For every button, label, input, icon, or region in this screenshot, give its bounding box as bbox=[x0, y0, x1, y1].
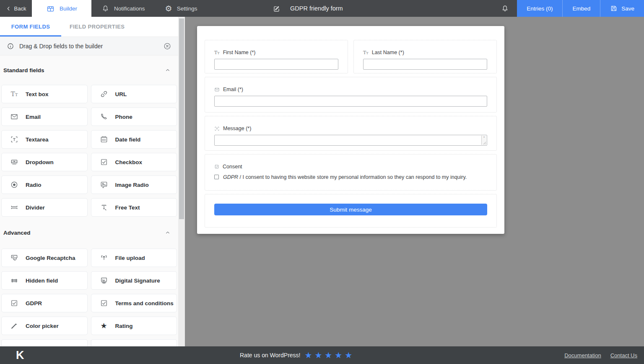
field-card-textarea[interactable]: Textarea bbox=[1, 130, 88, 149]
submit-fieldbox[interactable]: Submit message bbox=[205, 194, 497, 228]
builder-icon bbox=[46, 4, 55, 13]
chevron-up-icon[interactable] bbox=[165, 67, 171, 73]
resize-grip-icon[interactable] bbox=[483, 141, 486, 145]
email-input[interactable] bbox=[214, 96, 487, 107]
textbox-icon: TT bbox=[214, 50, 220, 55]
save-button[interactable]: Save bbox=[600, 0, 644, 17]
field-card-label: Text box bbox=[26, 91, 49, 97]
save-label: Save bbox=[621, 5, 634, 12]
field-card-label: Divider bbox=[26, 204, 45, 211]
field-card-label: Color picker bbox=[26, 323, 59, 329]
field-card-label: Dropdown bbox=[26, 159, 54, 165]
field-card-phone[interactable]: Phone bbox=[91, 107, 177, 126]
field-card-partial[interactable] bbox=[1, 339, 88, 346]
field-card-label: File upload bbox=[115, 255, 145, 261]
bell-icon bbox=[101, 5, 109, 13]
email-fieldbox[interactable]: Email (*) bbox=[205, 77, 497, 113]
rating-stars[interactable]: ★ ★ ★ ★ ★ bbox=[304, 351, 352, 359]
tab-field-properties-label: FIELD PROPERTIES bbox=[70, 24, 125, 30]
field-card-label: Radio bbox=[26, 182, 42, 188]
chevron-up-icon[interactable] bbox=[165, 230, 171, 236]
field-card-date[interactable]: Date field bbox=[91, 130, 177, 149]
embed-button[interactable]: Embed bbox=[562, 0, 600, 17]
last-name-input[interactable] bbox=[363, 59, 487, 70]
back-button[interactable]: Back bbox=[0, 0, 32, 17]
star-icon[interactable]: ★ bbox=[335, 351, 342, 359]
consent-fieldbox[interactable]: Consent GDPR / I consent to having this … bbox=[205, 154, 497, 191]
first-name-label: First Name (*) bbox=[223, 50, 256, 55]
last-name-fieldbox[interactable]: TT Last Name (*) bbox=[353, 40, 497, 73]
field-card-hidden-field[interactable]: Hidden field bbox=[1, 271, 88, 290]
field-card-terms[interactable]: Terms and conditions bbox=[91, 294, 177, 312]
upload-icon bbox=[99, 254, 109, 262]
recaptcha-icon bbox=[9, 254, 19, 262]
field-card-divider[interactable]: Divider bbox=[1, 198, 88, 217]
star-icon[interactable]: ★ bbox=[314, 351, 322, 359]
field-card-partial[interactable] bbox=[91, 339, 177, 346]
tab-form-fields[interactable]: FORM FIELDS bbox=[0, 17, 61, 37]
tab-builder[interactable]: Builder bbox=[32, 0, 91, 17]
field-card-image-radio[interactable]: Image Radio bbox=[91, 175, 177, 194]
kali-forms-logo: K bbox=[16, 350, 24, 361]
tab-settings[interactable]: ⚙ Settings bbox=[155, 0, 208, 17]
tab-settings-label: Settings bbox=[177, 5, 197, 12]
radio-icon bbox=[9, 181, 19, 189]
tab-field-properties[interactable]: FIELD PROPERTIES bbox=[61, 17, 133, 37]
submit-button[interactable]: Submit message bbox=[214, 204, 487, 215]
phone-icon bbox=[99, 113, 109, 121]
field-card-email[interactable]: Email bbox=[1, 107, 88, 126]
field-card-label: Phone bbox=[115, 114, 132, 120]
textbox-icon: TT bbox=[9, 91, 19, 97]
field-card-dropdown[interactable]: Dropdown bbox=[1, 153, 88, 171]
edit-icon[interactable] bbox=[273, 5, 280, 13]
star-icon[interactable]: ★ bbox=[345, 351, 352, 359]
submit-label: Submit message bbox=[330, 207, 372, 213]
star-icon[interactable]: ★ bbox=[304, 351, 312, 359]
field-card-digital-signature[interactable]: Digital Signature bbox=[91, 271, 177, 290]
gdpr-checkbox[interactable] bbox=[214, 175, 219, 179]
scrollbar-thumb[interactable] bbox=[179, 18, 184, 219]
field-card-rating[interactable]: ★ Rating bbox=[91, 317, 177, 335]
topbar-actions: Entries (0) Embed Save bbox=[493, 0, 644, 17]
message-textarea[interactable]: * bbox=[214, 135, 487, 146]
field-card-radio[interactable]: Radio bbox=[1, 175, 88, 194]
first-name-fieldbox[interactable]: TT First Name (*) bbox=[205, 40, 348, 73]
field-card-gdpr[interactable]: GDPR bbox=[1, 294, 88, 312]
field-card-recaptcha[interactable]: Google Recaptcha bbox=[1, 249, 88, 267]
drag-drop-hint: Drag & Drop fields to the builder bbox=[0, 37, 178, 55]
tab-builder-label: Builder bbox=[60, 5, 77, 12]
field-card-text-box[interactable]: TT Text box bbox=[1, 85, 88, 103]
notification-bell-button[interactable] bbox=[493, 0, 517, 17]
field-card-label: Textarea bbox=[26, 136, 49, 143]
entries-button[interactable]: Entries (0) bbox=[517, 0, 562, 17]
field-card-checkbox[interactable]: Checkbox bbox=[91, 153, 177, 171]
contact-us-link[interactable]: Contact Us bbox=[610, 352, 637, 359]
form-title[interactable]: GDPR friendly form bbox=[290, 5, 343, 12]
message-fieldbox[interactable]: Message (*) * bbox=[205, 116, 497, 151]
textarea-icon bbox=[214, 126, 220, 131]
close-hint-icon[interactable] bbox=[163, 42, 171, 50]
section-standard-title: Standard fields bbox=[3, 67, 44, 73]
consent-option-text: GDPR / I consent to having this website … bbox=[223, 174, 467, 180]
field-card-url[interactable]: URL bbox=[91, 85, 177, 103]
field-card-file-upload[interactable]: File upload bbox=[91, 249, 177, 267]
envelope-icon bbox=[9, 113, 19, 121]
star-icon[interactable]: ★ bbox=[325, 351, 332, 359]
check-square-icon bbox=[214, 164, 219, 169]
section-standard-fields[interactable]: Standard fields bbox=[0, 55, 178, 85]
documentation-link[interactable]: Documentation bbox=[564, 352, 601, 359]
textarea-icon bbox=[9, 135, 19, 144]
rate-group: Rate us on WordPress! ★ ★ ★ ★ ★ bbox=[240, 346, 352, 364]
message-label: Message (*) bbox=[223, 126, 251, 131]
back-label: Back bbox=[14, 5, 26, 12]
sidebar-scrollbar[interactable] bbox=[178, 17, 185, 346]
first-name-input[interactable] bbox=[214, 59, 338, 70]
tab-notifications[interactable]: Notifications bbox=[91, 0, 155, 17]
field-card-color-picker[interactable]: Color picker bbox=[1, 317, 88, 335]
section-advanced[interactable]: Advanced bbox=[0, 217, 178, 249]
standard-fields-grid: TT Text box URL Email Phone Textarea Dat… bbox=[0, 85, 178, 217]
field-card-label: Checkbox bbox=[115, 159, 143, 165]
field-card-free-text[interactable]: Free Text bbox=[91, 198, 177, 217]
floppy-icon bbox=[610, 5, 618, 12]
consent-option-row: GDPR / I consent to having this website … bbox=[214, 174, 487, 180]
